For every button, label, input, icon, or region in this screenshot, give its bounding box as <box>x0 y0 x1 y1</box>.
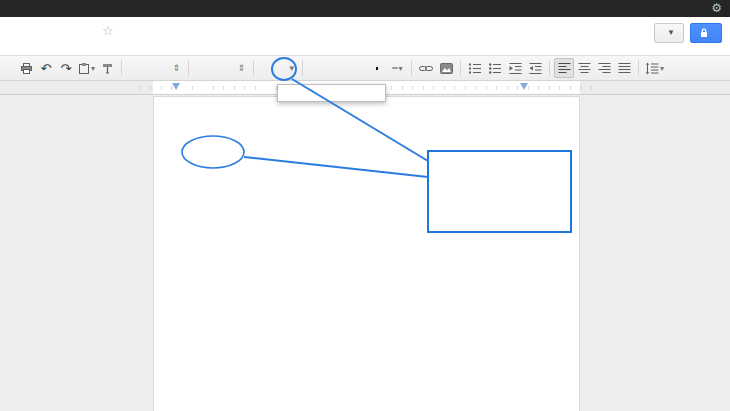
underline-button[interactable] <box>347 58 367 78</box>
gear-icon[interactable]: ⚙ <box>711 0 722 17</box>
undo-icon: ↶ <box>41 62 52 75</box>
toolbar-separator <box>411 60 412 76</box>
document-canvas <box>0 95 730 411</box>
font-size-dropdown[interactable]: ▾ <box>258 58 298 78</box>
paint-format-icon <box>101 62 114 75</box>
web-clipboard-button[interactable]: ▾ <box>76 58 97 78</box>
bulleted-list-button[interactable] <box>485 58 505 78</box>
toolbar-separator <box>549 60 550 76</box>
print-button[interactable] <box>16 58 36 78</box>
link-icon <box>419 62 433 75</box>
star-icon[interactable]: ☆ <box>102 23 114 38</box>
align-left-button[interactable] <box>554 58 574 78</box>
insert-link-button[interactable] <box>416 58 436 78</box>
align-center-button[interactable] <box>574 58 594 78</box>
increase-indent-button[interactable] <box>525 58 545 78</box>
line-spacing-icon <box>645 62 659 75</box>
toolbar-separator <box>460 60 461 76</box>
undo-button[interactable]: ↶ <box>36 58 56 78</box>
toolbar-separator <box>121 60 122 76</box>
align-right-icon <box>598 62 611 75</box>
toolbar-separator <box>302 60 303 76</box>
highlight-color-button[interactable]: ▾ <box>387 58 407 78</box>
chevron-down-icon: ▾ <box>399 64 403 73</box>
font-dropdown[interactable]: ⇕ <box>193 58 249 78</box>
tutorial-callout <box>427 150 572 233</box>
toolbar-separator <box>188 60 189 76</box>
chevron-down-icon: ▾ <box>660 64 664 73</box>
text-color-picker <box>277 84 386 102</box>
updown-icon: ⇕ <box>172 63 180 73</box>
align-left-icon <box>558 62 571 75</box>
indent-icon <box>529 62 542 75</box>
line-spacing-button[interactable]: ▾ <box>643 58 666 78</box>
align-center-icon <box>578 62 591 75</box>
document-header: ☆ ▼ <box>0 17 730 55</box>
chevron-down-icon: ▾ <box>91 64 95 73</box>
printer-icon <box>20 62 33 75</box>
numbered-list-icon <box>469 62 482 75</box>
right-margin-marker[interactable] <box>520 83 528 90</box>
document-page[interactable] <box>153 96 580 411</box>
updown-icon: ⇕ <box>237 63 245 73</box>
italic-button[interactable] <box>327 58 347 78</box>
numbered-list-button[interactable] <box>465 58 485 78</box>
chevron-down-icon: ▼ <box>667 29 675 37</box>
toolbar-separator <box>638 60 639 76</box>
redo-button[interactable]: ↷ <box>56 58 76 78</box>
justify-icon <box>618 62 631 75</box>
google-black-bar: ⚙ <box>0 0 730 17</box>
image-icon <box>440 63 453 74</box>
align-right-button[interactable] <box>594 58 614 78</box>
share-button[interactable] <box>690 23 722 43</box>
bulleted-list-icon <box>489 62 502 75</box>
insert-image-button[interactable] <box>436 58 456 78</box>
bold-button[interactable] <box>307 58 327 78</box>
chevron-down-icon: ▾ <box>289 63 294 73</box>
comments-button[interactable]: ▼ <box>654 23 684 43</box>
highlight-icon <box>392 67 398 69</box>
redo-icon: ↷ <box>61 62 72 75</box>
paint-format-button[interactable] <box>97 58 117 78</box>
styles-dropdown[interactable]: ⇕ <box>126 58 184 78</box>
editor-toolbar: ↶ ↷ ▾ ⇕ ⇕ ▾ ▾ <box>0 55 730 81</box>
text-color-button[interactable] <box>367 58 387 78</box>
outdent-icon <box>509 62 522 75</box>
decrease-indent-button[interactable] <box>505 58 525 78</box>
clipboard-icon <box>78 62 90 75</box>
left-margin-marker[interactable] <box>172 83 180 90</box>
lock-icon <box>700 28 708 38</box>
text-color-icon <box>376 67 378 70</box>
progress-bar[interactable] <box>0 407 730 410</box>
toolbar-separator <box>253 60 254 76</box>
justify-button[interactable] <box>614 58 634 78</box>
